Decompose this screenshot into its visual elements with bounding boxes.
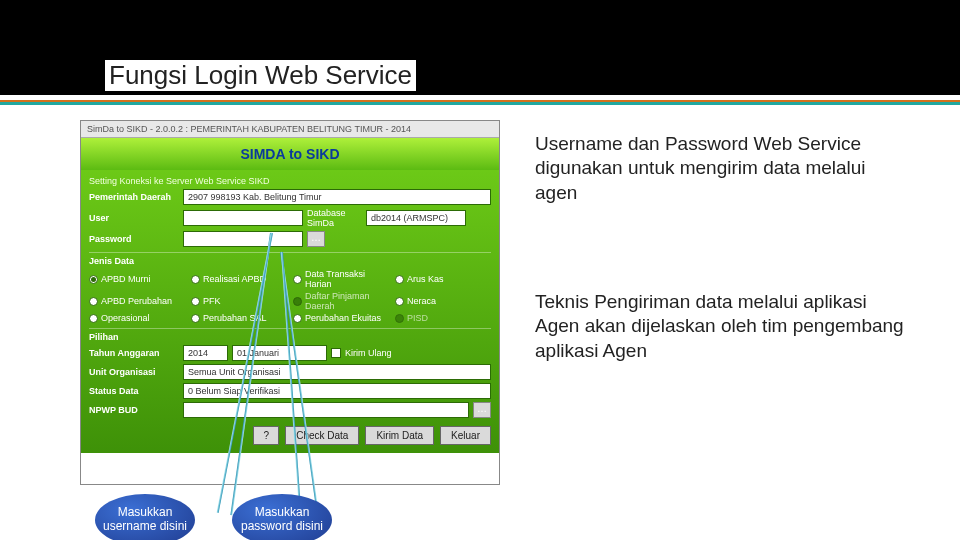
keluar-button[interactable]: Keluar: [440, 426, 491, 445]
app-screenshot: SimDa to SIKD - 2.0.0.2 : PEMERINTAH KAB…: [80, 120, 500, 485]
radio-operasional[interactable]: Operasional: [89, 313, 185, 323]
radio-pinjaman[interactable]: Daftar Pinjaman Daerah: [293, 291, 389, 311]
jenis-data-label: Jenis Data: [89, 256, 491, 266]
window-titlebar: SimDa to SIKD - 2.0.0.2 : PEMERINTAH KAB…: [81, 121, 499, 138]
kirim-ulang-label: Kirim Ulang: [345, 348, 392, 358]
pilihan-label: Pilihan: [89, 332, 491, 342]
tahun-field[interactable]: 2014: [183, 345, 228, 361]
radio-apbd-murni[interactable]: APBD Murni: [89, 269, 185, 289]
kirim-data-button[interactable]: Kirim Data: [365, 426, 434, 445]
radio-transaksi[interactable]: Data Transaksi Harian: [293, 269, 389, 289]
paragraph-1: Username dan Password Web Service diguna…: [535, 132, 905, 205]
radio-pisd[interactable]: PISD: [395, 313, 491, 323]
radio-realisasi[interactable]: Realisasi APBD: [191, 269, 287, 289]
tahun-label: Tahun Anggaran: [89, 348, 179, 358]
bulan-field[interactable]: 01 Januari: [232, 345, 327, 361]
button-row: ? Check Data Kirim Data Keluar: [89, 426, 491, 445]
pemda-label: Pemerintah Daerah: [89, 192, 179, 202]
pemda-field[interactable]: 2907 998193 Kab. Belitung Timur: [183, 189, 491, 205]
callout-password: Masukkan password disini: [232, 494, 332, 540]
password-field[interactable]: [183, 231, 303, 247]
status-label: Status Data: [89, 386, 179, 396]
radio-perubahan-ekuitas[interactable]: Perubahan Ekuitas: [293, 313, 389, 323]
paragraph-2: Teknis Pengiriman data melalui aplikasi …: [535, 290, 905, 363]
user-label: User: [89, 213, 179, 223]
unit-field[interactable]: Semua Unit Organisasi: [183, 364, 491, 380]
db-field[interactable]: db2014 (ARMSPC): [366, 210, 466, 226]
status-field[interactable]: 0 Belum Siap Verifikasi: [183, 383, 491, 399]
password-browse-button[interactable]: …: [307, 231, 325, 247]
section-conn-label: Setting Koneksi ke Server Web Service SI…: [89, 176, 491, 186]
radio-neraca[interactable]: Neraca: [395, 291, 491, 311]
db-label: Database SimDa: [307, 208, 362, 228]
kirim-ulang-checkbox[interactable]: [331, 348, 341, 358]
password-label: Password: [89, 234, 179, 244]
callout-username: Masukkan username disini: [95, 494, 195, 540]
radio-grid: APBD Murni Realisasi APBD Data Transaksi…: [89, 269, 491, 323]
user-field[interactable]: [183, 210, 303, 226]
radio-apbd-perubahan[interactable]: APBD Perubahan: [89, 291, 185, 311]
help-button[interactable]: ?: [253, 426, 279, 445]
slide-title: Fungsi Login Web Service: [105, 60, 416, 91]
npwp-field[interactable]: [183, 402, 469, 418]
unit-label: Unit Organisasi: [89, 367, 179, 377]
divider-bar: [0, 100, 960, 105]
radio-pfk[interactable]: PFK: [191, 291, 287, 311]
radio-aruskas[interactable]: Arus Kas: [395, 269, 491, 289]
radio-perubahan-sal[interactable]: Perubahan SAL: [191, 313, 287, 323]
npwp-browse-button[interactable]: …: [473, 402, 491, 418]
check-data-button[interactable]: Check Data: [285, 426, 359, 445]
npwp-label: NPWP BUD: [89, 405, 179, 415]
app-body: Setting Koneksi ke Server Web Service SI…: [81, 170, 499, 453]
app-hero-title: SIMDA to SIKD: [81, 138, 499, 170]
content-area: SimDa to SIKD - 2.0.0.2 : PEMERINTAH KAB…: [0, 120, 960, 540]
